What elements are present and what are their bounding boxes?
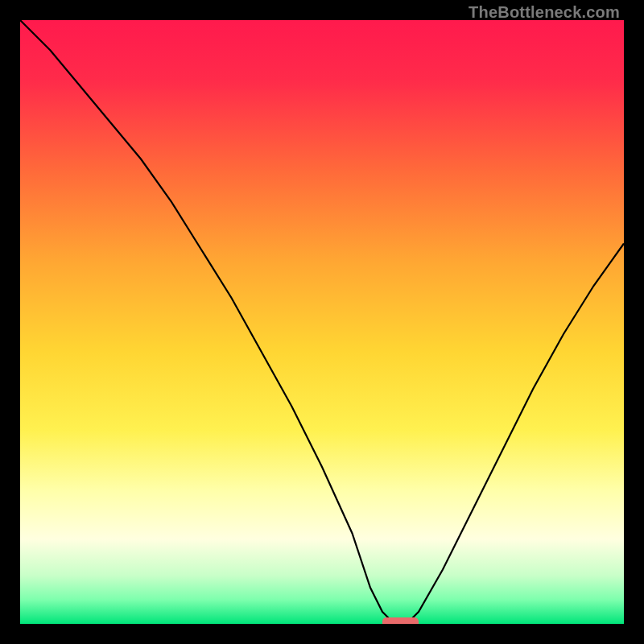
watermark-text: TheBottleneck.com — [469, 3, 620, 22]
optimum-marker — [382, 617, 419, 624]
chart-frame — [20, 20, 624, 624]
chart-background — [20, 20, 624, 624]
chart-svg — [20, 20, 624, 624]
